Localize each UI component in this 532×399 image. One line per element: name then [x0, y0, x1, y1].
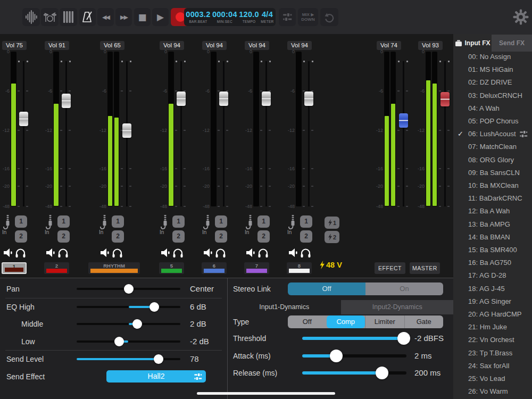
mixer-icon[interactable] — [520, 131, 528, 137]
slider-knob[interactable] — [376, 367, 388, 379]
input-source-2-button[interactable]: 2 — [57, 230, 70, 243]
fx-list-item[interactable]: 16: Ba AG750 — [453, 256, 532, 269]
type-option-gate[interactable]: Gate — [404, 315, 444, 328]
settings-button[interactable] — [513, 9, 529, 25]
slider-knob[interactable] — [330, 350, 343, 362]
fx-list-item[interactable]: 03: DeluxCRNCH — [453, 89, 532, 102]
middle-slider[interactable] — [77, 319, 180, 329]
fx-list-item[interactable]: 05: POP Chorus — [453, 115, 532, 128]
phantom-1-button[interactable]: 1 — [325, 217, 339, 229]
fx-list-item[interactable]: 15: Ba SMR400 — [453, 244, 532, 256]
fx-list-item[interactable]: 18: AG J-45 — [453, 282, 532, 295]
eq-high-slider[interactable] — [77, 302, 180, 312]
master-button[interactable]: MASTER — [410, 262, 440, 274]
fx-list-item[interactable]: 02: DZ DRIVE — [453, 76, 532, 89]
send-level-slider[interactable] — [77, 354, 180, 364]
fader-handle[interactable] — [19, 112, 28, 126]
fx-list-item[interactable]: 23: Tp T.Brass — [453, 347, 532, 360]
fader-handle[interactable] — [262, 92, 271, 106]
track-name[interactable]: 5 — [159, 262, 184, 274]
fx-list-item[interactable]: 24: Sax forAll — [453, 360, 532, 372]
fader-handle[interactable] — [440, 92, 450, 106]
fx-list-item[interactable]: ✓ 06: LushAcoust — [453, 128, 532, 140]
headphones-icon[interactable] — [57, 247, 69, 258]
slider-knob[interactable] — [397, 332, 410, 345]
fx-list-item[interactable]: 19: AG Singer — [453, 295, 532, 308]
input-source-1-button[interactable]: 1 — [57, 215, 70, 228]
slider-knob[interactable] — [132, 319, 142, 329]
phantom-2-button[interactable]: 2 — [325, 231, 339, 243]
tab-send-fx[interactable]: Send FX — [492, 35, 532, 52]
home-indicator[interactable] — [197, 392, 335, 395]
send-effect-button[interactable]: Hall2 — [106, 370, 206, 383]
input-source-2-button[interactable]: 2 — [215, 230, 227, 243]
fx-list-item[interactable]: 01: MS HiGain — [453, 63, 532, 76]
type-option-off[interactable]: Off — [288, 315, 327, 328]
fader-handle[interactable] — [219, 92, 228, 106]
fader-handle[interactable] — [304, 92, 313, 106]
input-source-1-button[interactable]: 1 — [215, 215, 227, 228]
headphones-icon[interactable] — [15, 247, 26, 258]
input-source-2-button[interactable]: 2 — [300, 230, 312, 243]
fx-list-item[interactable]: 12: Ba A Wah — [453, 205, 532, 218]
input-source-1-button[interactable]: 1 — [172, 215, 185, 228]
effect-button[interactable]: EFFECT — [375, 262, 405, 274]
thresholdslider[interactable] — [302, 332, 406, 345]
type-option-comp[interactable]: Comp — [327, 315, 365, 328]
headphones-icon[interactable] — [172, 247, 184, 258]
low-slider[interactable] — [77, 337, 180, 346]
speaker-icon[interactable] — [46, 248, 55, 257]
track-name[interactable]: 1 — [2, 262, 27, 274]
fx-list-item[interactable]: 10: Ba MXClean — [453, 179, 532, 192]
track-name[interactable]: RHYTHM — [88, 262, 140, 274]
tab-input-fx[interactable]: Input FX — [453, 35, 492, 52]
track-name[interactable]: 8 — [287, 262, 312, 274]
speaker-icon[interactable] — [246, 248, 255, 257]
fx-list-item[interactable]: 21: Hm Juke — [453, 321, 532, 334]
fader-handle[interactable] — [62, 94, 71, 108]
type-option-limiter[interactable]: Limiter — [365, 315, 404, 328]
headphones-icon[interactable] — [257, 247, 269, 258]
fx-list-item[interactable]: 20: AG HardCMP — [453, 308, 532, 321]
input-source-1-button[interactable]: 1 — [112, 215, 124, 228]
input-source-2-button[interactable]: 2 — [112, 230, 124, 243]
tab-input2-dynamics[interactable]: Input2-Dynamics — [341, 300, 454, 314]
input-source-1-button[interactable]: 1 — [257, 215, 270, 228]
fx-list-item[interactable]: 25: Vo Lead — [453, 372, 532, 385]
fx-list-item[interactable]: 17: AG D-28 — [453, 269, 532, 282]
fader-handle[interactable] — [399, 113, 408, 128]
fx-list-item[interactable]: 07: MatchClean — [453, 140, 532, 153]
input-source-1-button[interactable]: 1 — [15, 215, 27, 228]
stereo-link-option-on[interactable]: On — [365, 282, 443, 295]
speaker-icon[interactable] — [289, 248, 298, 257]
slider-knob[interactable] — [124, 284, 134, 294]
fx-list-item[interactable]: 04: A Wah — [453, 102, 532, 115]
slider-knob[interactable] — [149, 302, 159, 312]
fx-list-item[interactable]: 00: No Assign — [453, 51, 532, 63]
tab-input1-dynamics[interactable]: Input1-Dynamics — [228, 300, 341, 314]
slider-knob[interactable] — [154, 354, 163, 364]
fader-handle[interactable] — [122, 123, 131, 138]
fx-list-item[interactable]: 13: Ba AMPG — [453, 218, 532, 231]
fader-handle[interactable] — [177, 92, 186, 106]
release-ms-slider[interactable] — [302, 367, 406, 379]
track-name[interactable]: 2 — [44, 262, 69, 274]
slider-knob[interactable] — [114, 337, 124, 346]
fx-list-item[interactable]: 14: Ba BMAN — [453, 231, 532, 244]
input-source-1-button[interactable]: 1 — [300, 215, 312, 228]
fx-list-item[interactable]: 08: ORG Glory — [453, 154, 532, 167]
track-name[interactable]: 7 — [244, 262, 269, 274]
input-source-2-button[interactable]: 2 — [15, 230, 27, 243]
pan-slider[interactable] — [77, 284, 180, 294]
fx-list-item[interactable]: 11: BaDarkCRNC — [453, 192, 532, 205]
headphones-icon[interactable] — [215, 247, 226, 258]
headphones-icon[interactable] — [112, 247, 123, 258]
speaker-icon[interactable] — [4, 248, 13, 257]
input-source-2-button[interactable]: 2 — [172, 230, 185, 243]
speaker-icon[interactable] — [204, 248, 213, 257]
speaker-icon[interactable] — [101, 248, 110, 257]
speaker-icon[interactable] — [161, 248, 170, 257]
fx-list-item[interactable]: 09: Ba SansCLN — [453, 167, 532, 179]
headphones-icon[interactable] — [300, 247, 311, 258]
input-source-2-button[interactable]: 2 — [257, 230, 270, 243]
